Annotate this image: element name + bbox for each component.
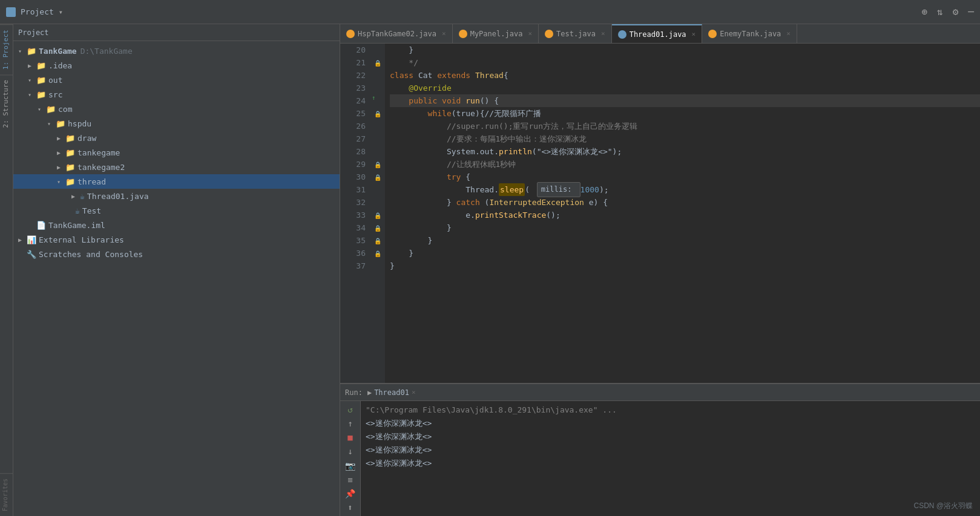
token: }: [390, 196, 456, 209]
iml-icon: 📄: [36, 221, 46, 230]
run-tab-bar: Run: ▶ Thread01 ×: [340, 384, 980, 401]
tree-item-thread01[interactable]: ▶ ☕ Thread01.java: [13, 189, 340, 203]
scroll-down-btn[interactable]: ↓: [343, 446, 358, 457]
run-tab-close[interactable]: ×: [412, 388, 416, 396]
dropdown-arrow[interactable]: ▾: [59, 8, 63, 16]
token: System: [390, 145, 475, 158]
scroll-up-btn[interactable]: ↑: [343, 417, 358, 429]
project-header-label: Project: [18, 28, 49, 37]
token: .: [470, 209, 475, 221]
token: run: [465, 94, 479, 107]
pin-btn[interactable]: 📌: [343, 488, 358, 500]
gutter-lock-31: 🔒: [374, 171, 381, 182]
folder-icon-src: 📁: [36, 90, 46, 99]
gutter-lock-21: 🔒: [374, 56, 381, 68]
tab-close-thread01[interactable]: ×: [692, 30, 696, 38]
output-line-3: <>迷你深渊冰龙<>: [366, 443, 975, 457]
tree-label-tankegame: tankegame: [77, 148, 120, 157]
tab-thread01[interactable]: Thread01.java ×: [612, 24, 703, 44]
vtab-project[interactable]: 1: Project: [0, 24, 13, 74]
tab-close-enemytank[interactable]: ×: [786, 30, 791, 38]
token: );: [599, 183, 609, 196]
settings-icon[interactable]: ⚙: [953, 6, 959, 18]
globe-icon[interactable]: ⊕: [921, 6, 927, 18]
arrow-tankegame: ▶: [57, 149, 65, 156]
tree-item-tankegame[interactable]: ▶ 📁 tankegame: [13, 145, 340, 160]
token: Thread: [390, 183, 494, 196]
tab-mypanel[interactable]: MyPanel.java ×: [453, 24, 539, 44]
code-line-20: }: [390, 44, 980, 56]
tree-item-tankgame[interactable]: ▾ 📁 TankGame D:\TankGame: [13, 44, 340, 58]
run-panel: ↺ ↑ ■ ↓ 📷 ≡ 📌 ⬆ "C:\Program Files\Java\j…: [340, 401, 980, 516]
tree-item-iml[interactable]: ▶ 📄 TankGame.iml: [13, 218, 340, 232]
project-panel: Project ▾ 📁 TankGame D:\TankGame ▶ 📁 .id…: [13, 24, 340, 516]
tab-icon-test: [545, 30, 553, 38]
tree-item-extlib[interactable]: ▶ 📊 External Libraries: [13, 232, 340, 247]
tab-test[interactable]: Test.java ×: [539, 24, 612, 44]
tree-item-out[interactable]: ▾ 📁 out: [13, 73, 340, 87]
tree-item-idea[interactable]: ▶ 📁 .idea: [13, 58, 340, 73]
lock-icon-34: 🔒: [374, 212, 381, 219]
tab-close-mypanel[interactable]: ×: [528, 30, 532, 38]
token: @Override: [390, 82, 452, 94]
up2-btn[interactable]: ⬆: [343, 502, 358, 514]
tab-label-hsptankgame02: HspTankGame02.java: [358, 30, 436, 38]
run-output: "C:\Program Files\Java\jdk1.8.0_291\bin\…: [361, 401, 980, 516]
arrow-src: ▾: [28, 91, 36, 98]
title-bar-left: Project ▾: [6, 7, 127, 17]
tab-label-mypanel: MyPanel.java: [470, 30, 523, 38]
token: */: [390, 56, 418, 69]
tree-item-hspdu[interactable]: ▾ 📁 hspdu: [13, 116, 340, 131]
output-line-4: <>迷你深渊冰龙<>: [366, 457, 975, 470]
tree-label-scratches: Scratches and Consoles: [39, 250, 143, 259]
code-line-36: }: [390, 247, 980, 260]
tree-item-src[interactable]: ▾ 📁 src: [13, 87, 340, 102]
tab-hsptankgame02[interactable]: HspTankGame02.java ×: [340, 24, 453, 44]
tab-close-test[interactable]: ×: [601, 30, 605, 38]
file-tree: ▾ 📁 TankGame D:\TankGame ▶ 📁 .idea ▾ 📁 o…: [13, 41, 340, 516]
vertical-tabs: 1: Project 2: Structure Favorites: [0, 24, 13, 516]
lock-icon-30: 🔒: [374, 162, 381, 168]
tree-label-tankgame: TankGame: [39, 47, 77, 56]
tree-item-test[interactable]: ▶ ☕ Test: [13, 203, 340, 218]
token-sleep: sleep: [499, 183, 525, 196]
token: }: [390, 44, 413, 56]
tree-item-com[interactable]: ▾ 📁 com: [13, 102, 340, 116]
vtab-structure[interactable]: 2: Structure: [0, 74, 13, 132]
wrap-btn[interactable]: ≡: [343, 474, 358, 485]
tab-bar: HspTankGame02.java × MyPanel.java × Test…: [340, 24, 980, 44]
folder-icon-tankegame2: 📁: [65, 163, 75, 172]
tree-item-tankegame2[interactable]: ▶ 📁 tankegame2: [13, 160, 340, 174]
code-line-26: //super.run();重写run方法，写上自己的业务逻辑: [390, 120, 980, 132]
folder-icon-idea: 📁: [36, 61, 46, 70]
swap-icon[interactable]: ⇅: [937, 6, 943, 18]
tree-label-extlib: External Libraries: [39, 235, 124, 244]
folder-icon-draw: 📁: [65, 134, 75, 143]
output-line-2: <>迷你深渊冰龙<>: [366, 430, 975, 443]
run-tab-thread01[interactable]: ▶ Thread01 ×: [367, 388, 416, 397]
token: }: [390, 247, 413, 260]
folder-icon-out: 📁: [36, 76, 46, 85]
tab-label-enemytank: EnemyTank.java: [720, 30, 781, 38]
minimize-icon[interactable]: ─: [968, 6, 974, 18]
token: printStackTrace: [475, 209, 546, 221]
tree-label-src: src: [48, 90, 62, 99]
code-line-24: public void run() {: [390, 94, 980, 107]
tab-close-hsptankgame02[interactable]: ×: [442, 30, 446, 38]
project-title: Project: [21, 7, 54, 16]
tree-item-draw[interactable]: ▶ 📁 draw: [13, 131, 340, 145]
token: InterruptedException: [489, 196, 588, 209]
code-line-32: } catch (InterruptedException e) {: [390, 196, 980, 209]
rerun-btn[interactable]: ↺: [343, 403, 358, 415]
tree-item-thread[interactable]: ▾ 📁 thread: [13, 174, 340, 189]
tree-item-scratches[interactable]: ▶ 🔧 Scratches and Consoles: [13, 247, 340, 261]
run-tab-icon: ▶: [367, 388, 372, 397]
tab-enemytank[interactable]: EnemyTank.java ×: [702, 24, 797, 44]
stop-btn[interactable]: ■: [343, 432, 358, 443]
code-content[interactable]: } */ class Cat extends Thread{ @Override: [385, 44, 980, 383]
tree-path-tankgame: D:\TankGame: [81, 47, 133, 56]
camera-btn[interactable]: 📷: [343, 460, 358, 471]
token: Thread: [475, 69, 504, 82]
token: ("<>迷你深渊冰龙<>");: [532, 145, 622, 158]
token: //super.run();重写run方法，写上自己的业务逻辑: [390, 120, 637, 132]
